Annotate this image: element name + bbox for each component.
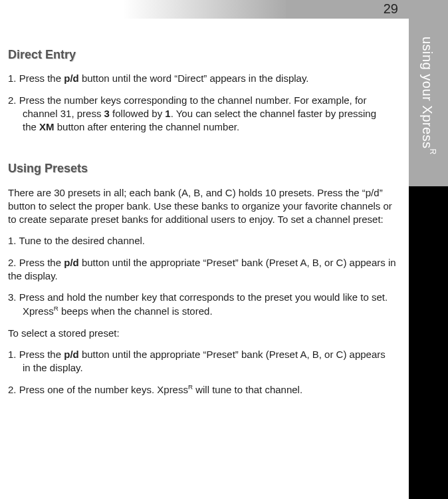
side-tab-label: using your XpressR [409,9,448,182]
indent-line: the XM button after entering the channel… [8,120,397,134]
preset-set-step-1: 1. Tune to the desired channel. [8,234,397,248]
text: button until the word “Direct” appears i… [79,73,309,84]
superscript: R [428,149,437,155]
bold: XM [39,121,55,132]
preset-select-step-1: 1. Press the p/d button until the approp… [8,348,397,375]
text: button after entering the channel number… [55,121,240,132]
side-tab: using your XpressR [409,0,448,499]
text: 1. Press the [8,349,64,360]
text: 1. Press the [8,73,64,84]
direct-entry-step-2: 2. Press the number keys corresponding t… [8,94,397,134]
bold: p/d [64,73,79,84]
direct-entry-step-1: 1. Press the p/d button until the word “… [8,72,397,85]
superscript: R [54,305,58,312]
header-bar: 29 [0,0,409,19]
text: will tune to that channel. [193,384,302,395]
text: button until the appropriate “Preset” ba… [79,349,386,360]
header-gradient [123,0,289,19]
text: the [23,121,39,132]
heading-direct-entry: Direct Entry [8,47,397,63]
manual-page: 29 Direct Entry 1. Press the p/d button … [0,0,448,499]
text: 2. Press the number keys corresponding t… [8,94,366,106]
presets-intro: There are 30 presets in all; each bank (… [8,186,397,227]
heading-using-presets: Using Presets [8,160,397,176]
superscript: R [188,383,193,391]
text: 3. Press and hold the number key that co… [8,291,388,303]
preset-select-step-2: 2. Press one of the number keys. XpressR… [8,383,397,397]
bold: 1 [165,108,170,119]
text: beeps when the channel is stored. [58,305,213,317]
body-text: Direct Entry 1. Press the p/d button unt… [8,47,397,405]
text: 2. Press one of the number keys. Xpress [8,384,188,395]
spacer [8,142,397,160]
bold: 3 [104,108,110,119]
preset-set-step-3: 3. Press and hold the number key that co… [8,291,397,319]
content-area: 29 Direct Entry 1. Press the p/d button … [0,0,409,499]
text: 2. Press the [8,257,64,268]
text: Xpress [23,305,54,317]
text: followed by [110,108,165,119]
page-number: 29 [384,1,398,17]
text: using your Xpress [420,37,435,149]
preset-select-intro: To select a stored preset: [8,327,397,340]
indent-line: XpressR beeps when the channel is stored… [8,304,397,318]
indent-line: channel 31, press 3 followed by 1. You c… [8,107,397,120]
bold: p/d [64,257,79,268]
text: . You can select the channel faster by p… [171,108,376,119]
preset-set-step-2: 2. Press the p/d button until the approp… [8,256,397,283]
bold: p/d [64,349,79,360]
text: channel 31, press [23,108,104,119]
indent-line: in the display. [8,361,397,375]
